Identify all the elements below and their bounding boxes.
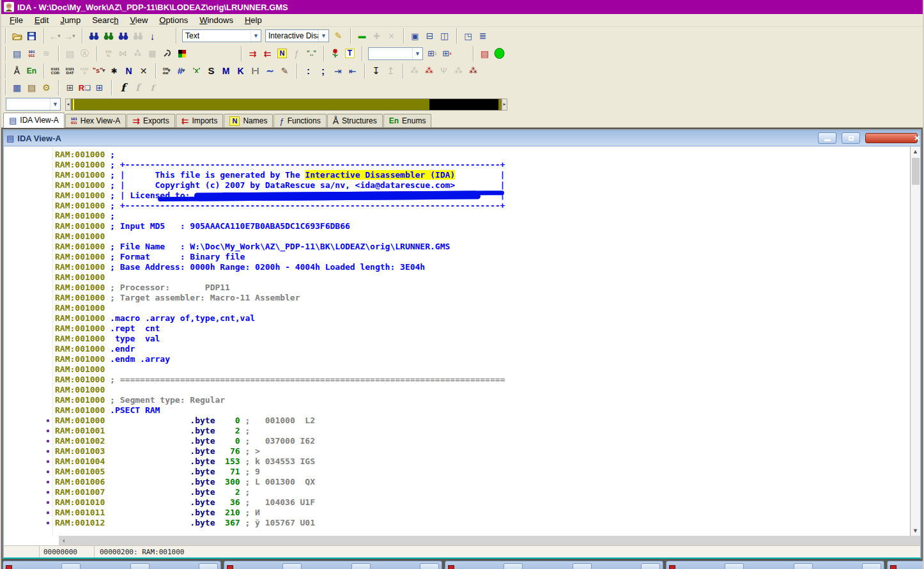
navigation-ready-button[interactable] bbox=[492, 47, 507, 61]
colon-comment-button[interactable]: : bbox=[301, 64, 316, 78]
number-format-button[interactable]: #▼ bbox=[174, 64, 189, 78]
code-line[interactable]: RAM:001000 bbox=[4, 385, 910, 395]
code-line[interactable]: RAM:001000 ; bbox=[4, 150, 910, 160]
options-gear-button[interactable]: ⚙ bbox=[39, 81, 54, 95]
menu-help[interactable]: Help bbox=[239, 14, 268, 26]
dropdown-arrow-icon[interactable]: ▼ bbox=[101, 68, 106, 74]
dropdown-arrow-icon[interactable]: ▼ bbox=[167, 68, 172, 74]
close-button[interactable]: ✕ bbox=[865, 133, 918, 143]
tab-functions[interactable]: ƒFunctions bbox=[273, 114, 326, 127]
minimized-minimize-button[interactable] bbox=[61, 563, 81, 569]
chevron-down-icon[interactable]: ▼ bbox=[318, 30, 328, 42]
code-line[interactable]: RAM:001000 ; +--------------------------… bbox=[4, 201, 910, 211]
tab-hex-view-a[interactable]: 101011Hex View-A bbox=[65, 114, 126, 127]
open-type-libraries-button[interactable]: T bbox=[343, 47, 357, 61]
edit-comment-button[interactable]: ✎ bbox=[277, 64, 292, 78]
offset-data-button[interactable]: Offdat▼ bbox=[160, 64, 174, 78]
menu-view[interactable]: View bbox=[124, 14, 153, 26]
windows-cascade-button[interactable]: ▣ bbox=[408, 29, 422, 43]
code-line[interactable]: RAM:001000 ; File Name : W:\Doc\My_Work\… bbox=[4, 242, 910, 252]
tab-exports[interactable]: ⇉Exports bbox=[127, 114, 174, 127]
code-line[interactable]: RAM:001000 ; | Copyright (c) 2007 by Dat… bbox=[4, 180, 910, 191]
struct-offset-button[interactable]: |–| bbox=[248, 64, 263, 78]
minimized-window[interactable] bbox=[445, 561, 663, 569]
enum-format-button[interactable]: M bbox=[219, 64, 233, 78]
make-string-button[interactable]: "s"▼ bbox=[92, 64, 107, 78]
setup-button[interactable] bbox=[160, 47, 174, 61]
code-line[interactable]: RAM:001000 .macro .array of,type,cnt,val bbox=[4, 313, 910, 323]
code-line[interactable]: RAM:001011 .byte 210 ; И bbox=[4, 508, 910, 518]
code-line[interactable]: RAM:001000 ; Format : Binary file bbox=[4, 252, 910, 262]
scroll-up-icon[interactable]: ▲ bbox=[911, 146, 920, 157]
make-array-button[interactable]: ✱ bbox=[107, 64, 121, 78]
make-data-button[interactable]: 0101DAT bbox=[63, 64, 77, 78]
rename-button[interactable]: N bbox=[121, 64, 136, 78]
tab-enums[interactable]: EnEnums bbox=[383, 114, 432, 127]
minimized-close-button[interactable] bbox=[199, 563, 218, 569]
code-line[interactable]: RAM:001000 .endm .array bbox=[4, 354, 910, 364]
open-signatures-button[interactable] bbox=[328, 47, 343, 61]
code-line[interactable]: RAM:001004 .byte 153 ; k 034553 IGS bbox=[4, 456, 910, 467]
open-exports-button[interactable]: ⇉ bbox=[245, 47, 260, 61]
menu-windows[interactable]: Windows bbox=[194, 14, 239, 26]
tab-ida-view-a[interactable]: ▤IDA View-A bbox=[3, 113, 65, 128]
navigation-band[interactable] bbox=[71, 98, 502, 111]
code-line[interactable]: RAM:001012 .byte 367 ; ў 105767 U01 bbox=[4, 518, 910, 528]
code-line[interactable]: RAM:001000 ; ===========================… bbox=[4, 375, 910, 385]
code-line[interactable]: RAM:001000 type val bbox=[4, 334, 910, 344]
horizontal-scrollbar[interactable]: ‹ bbox=[59, 536, 920, 545]
window-list-button[interactable]: ≣ bbox=[475, 29, 490, 43]
minimized-close-button[interactable] bbox=[641, 563, 660, 569]
desktop-combo[interactable]: ▼ bbox=[368, 47, 423, 60]
save-file-button[interactable] bbox=[24, 29, 39, 43]
search-text-button[interactable] bbox=[86, 29, 101, 43]
code-line[interactable]: RAM:001010 .byte 36 ; 104036 U1F bbox=[4, 497, 910, 508]
maximize-button[interactable] bbox=[842, 132, 860, 144]
minimized-window[interactable] bbox=[887, 561, 924, 569]
search-next-button[interactable] bbox=[101, 29, 116, 43]
notepad-button[interactable]: ▤ bbox=[477, 47, 492, 61]
recent-windows-button[interactable]: R❏ bbox=[77, 81, 92, 95]
tab-structures[interactable]: ÅStructures bbox=[327, 114, 383, 127]
window-stack-button[interactable]: ⊞ bbox=[63, 81, 77, 95]
enter-function-button[interactable]: ↧ bbox=[369, 64, 383, 78]
name-combo[interactable]: ▼ bbox=[6, 98, 61, 111]
tab-names[interactable]: NNames bbox=[224, 114, 273, 127]
minimized-restore-button[interactable] bbox=[351, 563, 371, 569]
code-line[interactable]: RAM:001000 ; | This file is generated by… bbox=[4, 170, 910, 180]
make-code-button[interactable]: 0101COD bbox=[48, 64, 63, 78]
code-line[interactable]: RAM:001000 ; bbox=[4, 211, 910, 221]
chevron-down-icon[interactable]: ▼ bbox=[50, 98, 60, 110]
disassembly-listing[interactable]: RAM:001000 ;RAM:001000 ; +--------------… bbox=[4, 146, 910, 536]
code-line[interactable]: RAM:001000 ; +--------------------------… bbox=[4, 160, 910, 170]
minimized-minimize-button[interactable] bbox=[282, 563, 302, 569]
open-structures-button[interactable]: Å bbox=[10, 64, 24, 78]
code-line[interactable]: RAM:001000 .byte 0 ; 001000 L2 bbox=[4, 416, 910, 426]
open-file-button[interactable] bbox=[10, 29, 24, 43]
minimized-close-button[interactable] bbox=[420, 563, 439, 569]
minimized-restore-button[interactable] bbox=[130, 563, 150, 569]
title-bar[interactable]: IDA - W:\Doc\My_Work\AZ\_PDP-11\BK\LODEA… bbox=[1, 0, 923, 14]
semicolon-comment-button[interactable]: ; bbox=[316, 64, 330, 78]
code-line[interactable]: RAM:001001 .byte 2 ; bbox=[4, 426, 910, 436]
duplicate-window-button[interactable]: ⊞ bbox=[92, 81, 107, 95]
open-strings-button[interactable]: ".." bbox=[304, 47, 319, 61]
code-line[interactable]: RAM:001000 .rept cnt bbox=[4, 323, 910, 334]
outdent-comment-button[interactable]: ⇤ bbox=[345, 64, 360, 78]
open-enums-button[interactable]: En bbox=[24, 64, 39, 78]
minimized-window[interactable] bbox=[666, 561, 884, 569]
minimized-close-button[interactable] bbox=[862, 563, 881, 569]
code-line[interactable]: RAM:001000 ; Input MD5 : 905AAACA110E7B0… bbox=[4, 221, 910, 231]
code-line[interactable]: RAM:001000 .endr bbox=[4, 344, 910, 354]
colors-button[interactable] bbox=[174, 47, 189, 61]
calculator-button[interactable]: ▦ bbox=[10, 81, 24, 95]
minimized-window[interactable] bbox=[3, 561, 221, 569]
menu-edit[interactable]: Edit bbox=[29, 14, 54, 26]
text-view-button[interactable]: ▤ bbox=[10, 47, 24, 61]
minimized-restore-button[interactable] bbox=[794, 563, 813, 569]
open-imports-button[interactable]: ⇇ bbox=[260, 47, 275, 61]
code-line[interactable]: RAM:001000 ; | Licensed to: | bbox=[4, 191, 910, 201]
minimized-window[interactable] bbox=[224, 561, 442, 569]
create-function-button[interactable]: f bbox=[116, 81, 130, 95]
code-line[interactable]: RAM:001000 .PSECT RAM bbox=[4, 405, 910, 416]
